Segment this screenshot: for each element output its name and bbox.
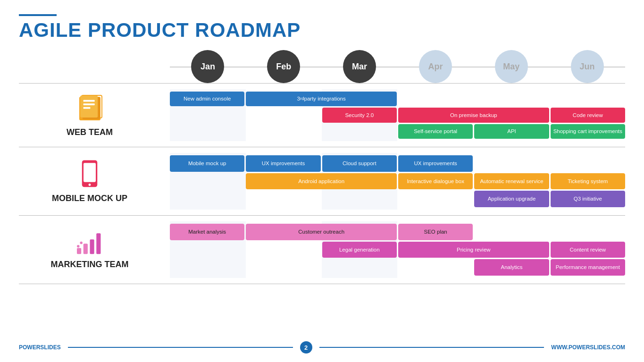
svg-point-17 <box>77 245 80 248</box>
mobile-team-grid: Mobile mock up UX improvements Cloud sup… <box>170 153 625 210</box>
task-on-premise: On premise backup <box>398 108 549 122</box>
task-customer-outreach: Customer outreach <box>246 224 397 240</box>
svg-point-18 <box>80 242 83 244</box>
header-accent-line <box>19 14 57 16</box>
mobile-team-name: MOBILE MOCK UP <box>52 194 127 203</box>
month-circle-apr: Apr <box>419 50 452 83</box>
month-col-jan: Jan <box>170 50 246 83</box>
task-analytics: Analytics <box>474 259 549 276</box>
task-interactive-dialogue: Interactive dialogue box <box>398 173 473 190</box>
svg-rect-6 <box>80 96 98 118</box>
marketing-team-icon <box>75 230 105 256</box>
footer-line-right <box>319 347 544 348</box>
month-circle-mar: Mar <box>343 50 376 83</box>
web-team-icon2 <box>75 93 105 124</box>
task-security2: Security 2.0 <box>322 108 397 122</box>
svg-rect-15 <box>90 239 94 254</box>
svg-rect-16 <box>96 233 100 254</box>
task-cloud-support: Cloud support <box>322 155 397 172</box>
month-circle-may: May <box>495 50 528 83</box>
task-ux-improvements2: UX improvements <box>398 155 473 172</box>
task-app-upgrade: Application upgrade <box>474 191 549 207</box>
task-self-service: Self-service portal <box>398 124 473 139</box>
month-col-feb: Feb <box>246 50 322 83</box>
empty-web-r1c6 <box>551 92 625 106</box>
month-col-apr: Apr <box>397 50 473 83</box>
task-pricing-review: Pricing review <box>398 242 549 258</box>
title-prefix: AGILE <box>19 19 88 41</box>
roadmap-container: Jan Feb Mar Apr May Jun <box>19 50 625 284</box>
svg-rect-14 <box>83 244 87 254</box>
task-3rd-party: 3rd party integrations <box>246 92 397 106</box>
mobile-team-section: MOBILE MOCK UP Mobile mock up UX improve… <box>19 147 625 215</box>
task-seo-plan: SEO plan <box>398 224 473 240</box>
svg-rect-9 <box>83 107 90 109</box>
empty-mob-r1c5-6 <box>474 155 625 172</box>
task-code-review: Code review <box>551 108 625 122</box>
month-header-row: Jan Feb Mar Apr May Jun <box>170 50 625 83</box>
svg-point-12 <box>89 184 91 186</box>
web-team-info: WEB TEAM <box>19 89 170 141</box>
title-suffix: PRODUCT ROADMAP <box>88 19 301 41</box>
footer-page-number: 2 <box>300 341 312 354</box>
task-mobile-mockup: Mobile mock up <box>170 155 244 172</box>
month-col-may: May <box>473 50 549 83</box>
task-api: API <box>474 124 549 139</box>
svg-rect-7 <box>83 100 94 102</box>
marketing-team-info: MARKETING TEAM <box>19 221 170 278</box>
empty-web-r1c4 <box>398 92 473 106</box>
task-automatic-renewal: Automatic renewal service <box>474 173 549 190</box>
empty-web-r2c2 <box>246 108 320 122</box>
task-android-app: Android application <box>246 173 397 190</box>
footer-line-left <box>68 347 293 348</box>
month-col-mar: Mar <box>322 50 398 83</box>
task-legal-generation: Legal generation <box>322 242 397 258</box>
web-team-grid: New admin console 3rd party integrations… <box>170 89 625 141</box>
svg-rect-13 <box>77 248 81 254</box>
empty-web-r1c5 <box>474 92 549 106</box>
svg-rect-8 <box>83 103 94 105</box>
footer: POWERSLIDES 2 WWW.POWERSLIDES.COM <box>19 341 625 354</box>
month-circle-feb: Feb <box>267 50 300 83</box>
brand-slides: SLIDES <box>40 344 60 351</box>
footer-website: WWW.POWERSLIDES.COM <box>551 344 625 351</box>
marketing-team-grid: Market analysis Customer outreach SEO pl… <box>170 221 625 278</box>
marketing-team-section: MARKETING TEAM Market analysis Customer … <box>19 215 625 284</box>
task-shopping-cart: Shopping cart improvements <box>551 124 625 139</box>
month-circle-jan: Jan <box>191 50 224 83</box>
footer-brand-left: POWERSLIDES <box>19 344 61 351</box>
empty-mkt-r1c5-6 <box>474 224 625 240</box>
task-market-analysis: Market analysis <box>170 224 244 240</box>
page-title: AGILE PRODUCT ROADMAP <box>19 19 625 42</box>
page: AGILE PRODUCT ROADMAP Jan Feb Mar Apr Ma… <box>0 0 644 362</box>
mobile-team-icon <box>78 159 101 190</box>
web-team-section: WEB TEAM New admin console 3rd party int… <box>19 83 625 147</box>
task-ux-improvements1: UX improvements <box>246 155 320 172</box>
mobile-team-info: MOBILE MOCK UP <box>19 153 170 210</box>
svg-rect-11 <box>84 163 96 182</box>
task-content-review: Content review <box>551 242 625 258</box>
task-q3-initiative: Q3 initiative <box>551 191 625 207</box>
task-performance-mgmt: Performance management <box>551 259 625 276</box>
brand-power: POWER <box>19 344 40 351</box>
marketing-team-name: MARKETING TEAM <box>51 260 129 269</box>
task-ticketing-system: Ticketing system <box>551 173 625 190</box>
month-circle-jun: Jun <box>571 50 604 83</box>
task-new-admin: New admin console <box>170 92 244 106</box>
web-team-name: WEB TEAM <box>67 127 113 137</box>
month-col-jun: Jun <box>549 50 625 83</box>
